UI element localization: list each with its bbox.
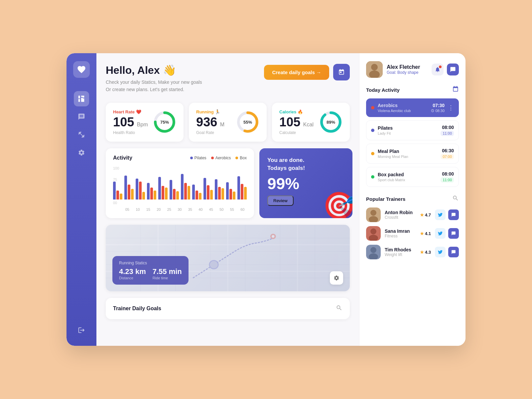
bar-chart-container: 100 75 50 00 051015202530354045505560 (113, 166, 247, 211)
goal-card-text: You are done.Todays goals! (267, 156, 305, 172)
message-button[interactable] (447, 64, 459, 75)
bar-pilates-05 (113, 182, 116, 200)
user-goal: Goal: Body shape (387, 70, 428, 75)
pilates-time: 08:00 11:00 (441, 125, 454, 136)
tim-message-button[interactable] (448, 247, 459, 257)
trainers-search-icon[interactable] (452, 195, 459, 203)
trainers-header: Popular Trainers (366, 195, 459, 203)
bar-pilates-10 (124, 176, 127, 200)
sidebar-item-settings[interactable] (74, 145, 89, 160)
activity-item-meal[interactable]: Meal Plan Morning Meal Plan 06:30 07:00 (366, 144, 459, 164)
trainer-list: Anton Robin Crossfit ★ 4.7 (366, 207, 459, 259)
heart-rate-value: 105 Bpm (113, 116, 148, 128)
heart-rate-pct: 75% (160, 120, 169, 125)
anton-info: Anton Robin Crossfit (385, 210, 416, 220)
aerobics-menu[interactable]: ⋮ (448, 104, 454, 111)
pilates-dot (190, 157, 193, 159)
review-button[interactable]: Review (267, 196, 294, 206)
bar-group-20 (147, 183, 156, 200)
sana-info: Sana Imran Fitness (385, 228, 416, 238)
bar-aerobics-55 (229, 189, 232, 200)
bar-box-40 (199, 193, 201, 200)
chart-label-25: 25 (167, 207, 171, 211)
ride-time-value: 7.55 min (153, 267, 182, 276)
sana-actions (435, 228, 459, 239)
bar-group-55 (226, 182, 235, 200)
bar-box-55 (233, 192, 235, 199)
meal-dot (371, 152, 374, 155)
sidebar-logo[interactable] (73, 61, 90, 78)
trainers-section: Popular Trainers Anton (366, 195, 459, 259)
running-pct: 55% (243, 120, 252, 125)
box-info: Box packed Sport club Matrix (378, 172, 437, 182)
pilates-name: Pilates (378, 125, 437, 131)
bar-group-40 (192, 185, 201, 200)
greeting-wave: 👋 (163, 64, 176, 76)
aerobics-start: 07:30 (431, 103, 445, 108)
legend-aerobics: Aerobics (211, 156, 231, 160)
sidebar-item-fitness[interactable] (74, 127, 89, 142)
tim-specialty: Weight lift (385, 252, 416, 257)
chart-label-45: 45 (209, 207, 213, 211)
sana-message-button[interactable] (448, 228, 459, 239)
anton-rating: ★ 4.7 (420, 212, 431, 217)
sidebar-item-dashboard[interactable] (74, 91, 89, 106)
bar-box-50 (221, 188, 224, 200)
notification-button[interactable] (432, 64, 444, 75)
tim-actions (435, 247, 459, 257)
heart-rate-chart: 75% (153, 110, 176, 134)
bar-aerobics-35 (184, 183, 187, 200)
svg-point-25 (370, 210, 376, 216)
activity-calendar-icon[interactable] (452, 86, 459, 94)
heart-rate-label: Heart Rate ❤️ (113, 109, 148, 114)
sana-twitter-button[interactable] (435, 228, 446, 239)
map-settings-button[interactable] (330, 271, 343, 285)
anton-name: Anton Robin (385, 210, 416, 215)
anton-specialty: Crossfit (385, 215, 416, 220)
bar-group-45 (203, 178, 213, 200)
bar-pilates-60 (237, 176, 240, 200)
today-activity-title: Today Activity (366, 87, 400, 93)
bar-aerobics-40 (196, 191, 198, 200)
activity-item-box[interactable]: Box packed Sport club Matrix 08:00 11:00 (366, 167, 459, 187)
calendar-button[interactable] (333, 64, 350, 80)
bar-box-30 (176, 191, 179, 200)
greeting-text: Hello, Alex (106, 64, 160, 76)
tim-twitter-button[interactable] (435, 247, 446, 257)
user-avatar-image (366, 61, 383, 78)
heart-rate-card: Heart Rate ❤️ 105 Bpm Health Ratio 75% (106, 103, 184, 142)
aerobics-name: Aerobics (378, 103, 428, 108)
trainer-goals-search-icon[interactable] (336, 305, 342, 313)
running-sub: Goal Rate (196, 130, 224, 135)
sidebar-item-messages[interactable] (74, 109, 89, 124)
create-goals-button[interactable]: Create daily goals → (264, 65, 329, 80)
anton-twitter-button[interactable] (435, 209, 446, 220)
activity-item-pilates[interactable]: Pilates Lady Fit 08:00 11:00 (366, 120, 459, 140)
chart-label-20: 20 (157, 207, 161, 211)
map-stats-card: Running Statics 4.23 km Distance 7.55 mi… (112, 256, 189, 285)
calories-chart: 89% (319, 110, 342, 134)
bar-aerobics-60 (241, 184, 243, 200)
chart-label-50: 50 (219, 207, 223, 211)
activity-section: Activity Pilates Aerobics Box (106, 148, 350, 218)
chart-label-30: 30 (178, 207, 182, 211)
aerobics-info: Aerobics Violena Aerobic club (378, 103, 428, 113)
bar-pilates-20 (147, 183, 150, 200)
logout-button[interactable] (74, 323, 89, 338)
tim-name: Tim Rhodes (385, 247, 416, 252)
chart-label-05: 05 (125, 207, 129, 211)
bar-group-30 (170, 180, 179, 200)
chart-label-15: 15 (146, 207, 150, 211)
activity-chart-card: Activity Pilates Aerobics Box (106, 148, 254, 218)
dashboard-header: Hello, Alex 👋 Check your daily Statics, … (106, 64, 350, 93)
sana-avatar (366, 226, 381, 241)
anton-message-button[interactable] (448, 209, 459, 220)
meal-name: Meal Plan (378, 149, 437, 154)
activity-item-aerobics[interactable]: Aerobics Violena Aerobic club 07:30 08:3… (366, 98, 459, 117)
box-location: Sport club Matrix (378, 178, 437, 182)
bar-group-10 (124, 176, 134, 200)
bar-aerobics-05 (116, 191, 119, 200)
pilates-location: Lady Fit (378, 131, 437, 135)
tim-avatar (366, 245, 381, 259)
trainer-goals-header: Trainer Daily Goals (113, 305, 342, 313)
